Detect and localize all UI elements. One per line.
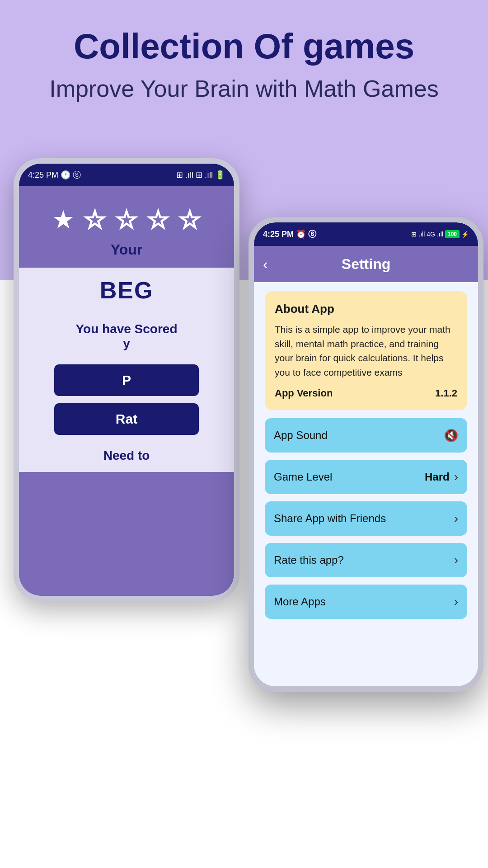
charging-icon: ⚡: [461, 231, 469, 238]
network-4g-icon: 4G: [427, 231, 435, 238]
main-title: Collection Of games: [0, 27, 488, 66]
page-title: Setting: [342, 256, 390, 273]
share-app-chevron-icon: ›: [454, 511, 458, 526]
phone-front-time: 4:25 PM ⏰ ⓢ: [263, 229, 316, 240]
rate-app-item[interactable]: Rate this app? ›: [265, 543, 467, 577]
battery-icon: 100: [445, 230, 460, 238]
about-description: This is a simple app to improve your mat…: [275, 322, 457, 379]
star-5: ☆: [178, 205, 201, 234]
more-apps-label: More Apps: [274, 595, 326, 608]
need-text: Need to: [103, 448, 150, 463]
scored-text: You have Scoredy: [75, 322, 177, 351]
game-level-chevron-icon: ›: [454, 470, 458, 484]
signal-bars-2: .ıll: [437, 231, 443, 238]
about-card: About App This is a simple app to improv…: [265, 291, 467, 410]
game-level-item[interactable]: Game Level Hard ›: [265, 460, 467, 494]
play-button[interactable]: P: [54, 364, 199, 396]
phone-back-header: ★ ☆ ☆ ☆ ☆ Your: [19, 186, 234, 268]
score-your-label: Your: [111, 241, 143, 258]
phone-back-inner: 4:25 PM 🕐 ⓢ ⊞ .ıll ⊞ .ıll 🔋 ★ ☆ ☆ ☆ ☆ Yo…: [19, 164, 234, 596]
volume-button[interactable]: [478, 313, 483, 358]
phone-front: 4:25 PM ⏰ ⓢ ⊞ .ıll 4G .ıll 100 ⚡ ‹ Setti…: [249, 217, 483, 692]
phone-back-status-icons: ⊞ .ıll ⊞ .ıll 🔋: [176, 170, 225, 180]
best-label: BEG: [100, 277, 154, 304]
share-app-right: ›: [454, 511, 458, 526]
share-app-item[interactable]: Share App with Friends ›: [265, 501, 467, 536]
game-level-label: Game Level: [274, 471, 332, 483]
rate-app-right: ›: [454, 553, 458, 567]
star-4: ☆: [147, 205, 169, 234]
more-apps-right: ›: [454, 594, 458, 609]
app-header: ‹ Setting: [254, 246, 478, 282]
rate-app-label: Rate this app?: [274, 554, 344, 566]
phone-back-statusbar: 4:25 PM 🕐 ⓢ ⊞ .ıll ⊞ .ıll 🔋: [19, 164, 234, 186]
version-label: App Version: [275, 387, 333, 399]
app-sound-right: 🔇: [444, 429, 458, 443]
game-level-right: Hard ›: [425, 470, 458, 484]
version-number: 1.1.2: [435, 387, 457, 399]
mute-icon: 🔇: [444, 429, 458, 443]
signal-bars-1: .ıll: [418, 231, 425, 238]
sub-title: Improve Your Brain with Math Games: [0, 75, 488, 102]
star-2: ☆: [84, 205, 106, 234]
rate-app-chevron-icon: ›: [454, 553, 458, 567]
phone-front-statusbar: 4:25 PM ⏰ ⓢ ⊞ .ıll 4G .ıll 100 ⚡: [254, 222, 478, 246]
phone-back-time: 4:25 PM 🕐 ⓢ: [28, 170, 81, 180]
more-apps-chevron-icon: ›: [454, 594, 458, 609]
phone-front-inner: 4:25 PM ⏰ ⓢ ⊞ .ıll 4G .ıll 100 ⚡ ‹ Setti…: [254, 222, 478, 686]
version-row: App Version 1.1.2: [275, 387, 457, 399]
app-sound-item[interactable]: App Sound 🔇: [265, 418, 467, 453]
app-sound-label: App Sound: [274, 429, 328, 442]
phone-back: 4:25 PM 🕐 ⓢ ⊞ .ıll ⊞ .ıll 🔋 ★ ☆ ☆ ☆ ☆ Yo…: [14, 158, 239, 601]
game-level-value: Hard: [425, 471, 450, 483]
star-1: ★: [52, 205, 75, 234]
phone-front-status-icons: ⊞ .ıll 4G .ıll 100 ⚡: [411, 230, 469, 238]
phone-back-content: BEG You have Scoredy P Rat Need to: [19, 268, 234, 472]
network-icon: ⊞: [411, 231, 417, 238]
back-arrow-icon[interactable]: ‹: [263, 256, 268, 273]
more-apps-item[interactable]: More Apps ›: [265, 585, 467, 619]
star-3: ☆: [115, 205, 138, 234]
share-app-label: Share App with Friends: [274, 512, 386, 525]
stars-row: ★ ☆ ☆ ☆ ☆: [52, 205, 201, 234]
settings-content: About App This is a simple app to improv…: [254, 282, 478, 686]
header-section: Collection Of games Improve Your Brain w…: [0, 27, 488, 102]
about-title: About App: [275, 302, 457, 316]
rate-button[interactable]: Rat: [54, 403, 199, 435]
